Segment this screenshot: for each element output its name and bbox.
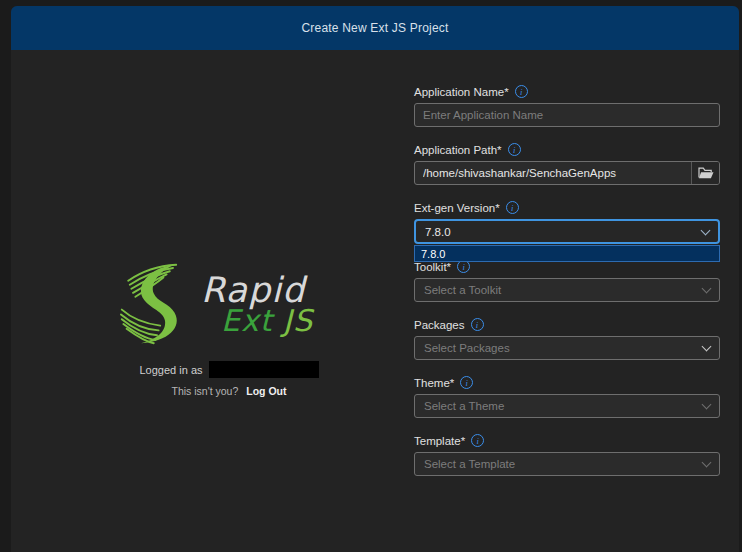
logged-in-row: Logged in as <box>115 361 343 378</box>
logo-wordmark: Rapid Ext JS <box>201 273 313 336</box>
packages-label: Packages <box>414 319 465 331</box>
application-name-input[interactable] <box>415 104 719 126</box>
application-path-label: Application Path* <box>414 144 502 156</box>
template-label: Template* <box>414 435 465 447</box>
logged-in-label: Logged in as <box>140 364 203 376</box>
sencha-s-logo-icon <box>115 260 199 348</box>
ext-gen-version-field: Ext-gen Version* 7.8.0 7.8.0 <box>414 201 720 244</box>
logo-text-extjs: Ext JS <box>201 307 313 336</box>
info-icon[interactable] <box>471 318 484 331</box>
identity-question: This isn't you? <box>172 385 239 397</box>
application-path-input[interactable] <box>415 162 691 184</box>
page-title: Create New Ext JS Project <box>301 21 448 35</box>
theme-placeholder: Select a Theme <box>424 400 504 412</box>
application-name-field: Application Name* <box>414 85 720 127</box>
ext-gen-version-label: Ext-gen Version* <box>414 202 500 214</box>
info-icon[interactable] <box>506 201 519 214</box>
browse-folder-button[interactable] <box>691 162 719 184</box>
chevron-down-icon <box>702 284 712 294</box>
chevron-down-icon <box>702 458 712 468</box>
template-field: Template* Select a Template <box>414 434 720 476</box>
version-dropdown-list: 7.8.0 <box>414 245 720 262</box>
toolkit-label: Toolkit* <box>414 261 451 273</box>
redacted-username <box>209 361 319 378</box>
version-option[interactable]: 7.8.0 <box>414 245 720 262</box>
packages-field: Packages Select Packages <box>414 318 720 360</box>
theme-field: Theme* Select a Theme <box>414 376 720 418</box>
template-select[interactable]: Select a Template <box>414 452 720 476</box>
application-path-field: Application Path* <box>414 143 720 185</box>
theme-label: Theme* <box>414 377 454 389</box>
theme-select[interactable]: Select a Theme <box>414 394 720 418</box>
ext-gen-version-select[interactable]: 7.8.0 <box>414 219 720 244</box>
toolkit-field: Toolkit* Select a Toolkit <box>414 260 720 302</box>
toolkit-placeholder: Select a Toolkit <box>424 284 501 296</box>
application-name-label: Application Name* <box>414 86 509 98</box>
chevron-down-icon <box>702 400 712 410</box>
branding-area: Rapid Ext JS Logged in as This isn't you… <box>115 260 343 397</box>
project-form: Application Name* Application Path* <box>414 85 720 492</box>
info-icon[interactable] <box>471 434 484 447</box>
folder-open-icon <box>698 166 714 180</box>
info-icon[interactable] <box>515 85 528 98</box>
template-placeholder: Select a Template <box>424 458 515 470</box>
info-icon[interactable] <box>460 376 473 389</box>
logo: Rapid Ext JS <box>115 260 343 348</box>
packages-placeholder: Select Packages <box>424 342 510 354</box>
log-out-link[interactable]: Log Out <box>246 385 286 397</box>
chevron-down-icon <box>702 342 712 352</box>
toolkit-select[interactable]: Select a Toolkit <box>414 278 720 302</box>
panel-header: Create New Ext JS Project <box>11 6 739 50</box>
selected-version: 7.8.0 <box>425 226 451 238</box>
create-project-panel: Create New Ext JS Project <box>11 6 739 552</box>
packages-select[interactable]: Select Packages <box>414 336 720 360</box>
info-icon[interactable] <box>508 143 521 156</box>
chevron-down-icon <box>701 225 711 235</box>
app-window: Create New Ext JS Project <box>0 0 742 552</box>
identity-row: This isn't you? Log Out <box>115 385 343 397</box>
